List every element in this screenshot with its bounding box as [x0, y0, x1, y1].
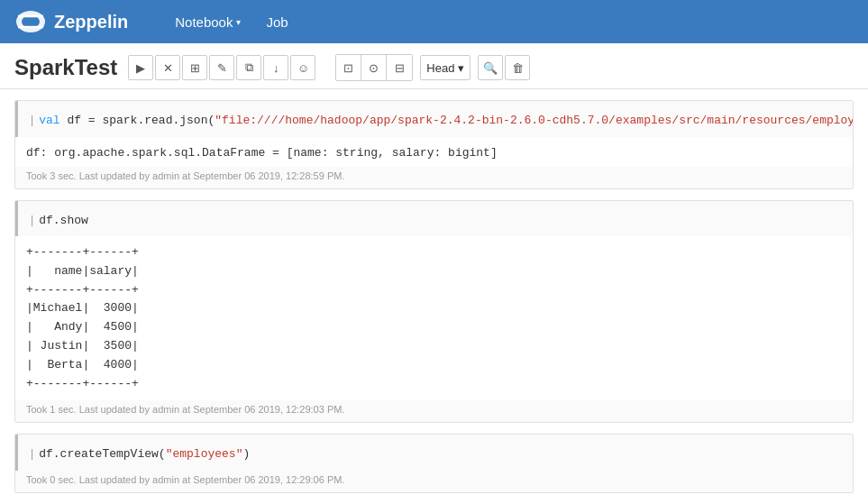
page: SparkTest ▶ ✕ ⊞ ✎ ⧉ ↓ ☺ ⊡ ⊙ ⊟ Head ▾ 🔍 🗑	[0, 43, 868, 504]
notebook-body: |val df = spark.read.json("file:////home…	[0, 89, 868, 504]
navbar-job[interactable]: Job	[255, 9, 298, 35]
delete-button[interactable]: 🗑	[505, 55, 530, 80]
cell-1-result: df: org.apache.spark.sql.DataFrame = [na…	[26, 146, 498, 160]
zeppelin-logo	[14, 9, 47, 34]
toolbar-group-1: ▶ ✕ ⊞ ✎ ⧉ ↓ ☺	[128, 55, 315, 80]
cell-2-indicator: |	[29, 213, 35, 229]
cell-2-status: Took 1 sec. Last updated by admin at Sep…	[15, 400, 853, 422]
cell-1-output: df: org.apache.spark.sql.DataFrame = [na…	[15, 137, 853, 167]
brand[interactable]: Zeppelin	[14, 9, 128, 34]
navbar-menu: Notebook ▾ Job	[164, 9, 298, 35]
head-label: Head	[426, 61, 454, 75]
cell-2-table: +-------+------+ | name|salary| +-------…	[26, 243, 842, 393]
head-dropdown[interactable]: Head ▾	[420, 55, 471, 80]
cell-3-status: Took 0 sec. Last updated by admin at Sep…	[15, 471, 853, 492]
cell-2: |df.show +-------+------+ | name|salary|…	[14, 200, 854, 424]
navbar-notebook[interactable]: Notebook ▾	[164, 9, 251, 35]
notebook-title: SparkTest	[14, 55, 117, 80]
layout-button[interactable]: ⊟	[387, 55, 412, 80]
cell-1-status: Took 3 sec. Last updated by admin at Sep…	[15, 167, 853, 188]
copy-button[interactable]: ⧉	[236, 55, 261, 80]
users-button[interactable]: ☺	[290, 55, 315, 80]
head-dropdown-icon: ▾	[458, 61, 464, 75]
download-button[interactable]: ↓	[263, 55, 288, 80]
notebook-dropdown-icon: ▾	[236, 17, 241, 27]
brand-name: Zeppelin	[54, 12, 128, 32]
cell-3-code[interactable]: |df.createTempView("employees")	[15, 435, 853, 471]
notebook-header: SparkTest ▶ ✕ ⊞ ✎ ⧉ ↓ ☺ ⊡ ⊙ ⊟ Head ▾ 🔍 🗑	[0, 43, 868, 89]
toolbar-group-2: ⊡ ⊙ ⊟	[335, 54, 413, 81]
stop-button[interactable]: ✕	[155, 55, 180, 80]
refresh-button[interactable]: ⊙	[361, 55, 387, 80]
cell-indicator: |	[29, 113, 35, 129]
run-button[interactable]: ▶	[128, 55, 153, 80]
grid-button[interactable]: ⊞	[182, 55, 207, 80]
cell-3-indicator: |	[29, 446, 35, 463]
cell-2-code[interactable]: |df.show	[15, 201, 853, 237]
cell-1-code[interactable]: |val df = spark.read.json("file:////home…	[15, 101, 853, 137]
settings-button[interactable]: ⊡	[336, 55, 361, 80]
cell-1: |val df = spark.read.json("file:////home…	[14, 100, 854, 189]
cell-2-output: +-------+------+ | name|salary| +-------…	[15, 236, 853, 400]
cell-3: |df.createTempView("employees") Took 0 s…	[14, 434, 854, 493]
navbar: Zeppelin Notebook ▾ Job	[0, 0, 868, 43]
search-button[interactable]: 🔍	[478, 55, 503, 80]
toolbar-group-3: 🔍 🗑	[478, 55, 530, 80]
edit-button[interactable]: ✎	[209, 55, 234, 80]
